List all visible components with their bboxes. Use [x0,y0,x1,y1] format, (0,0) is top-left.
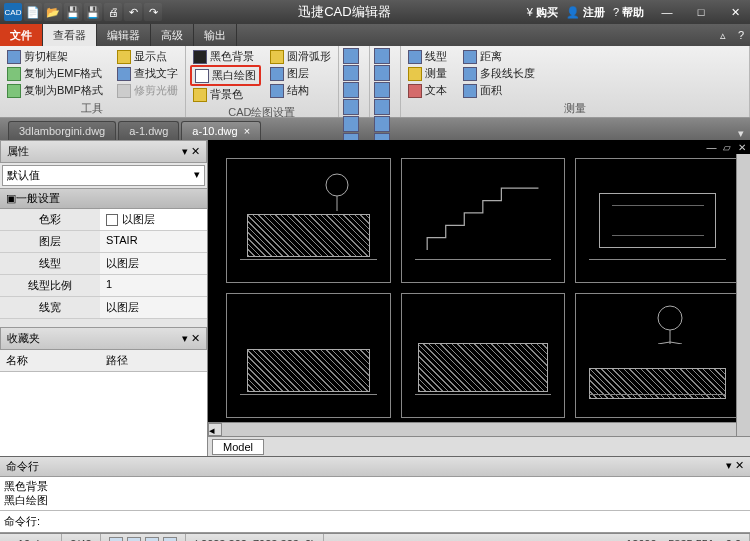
osnap-toggle-icon[interactable] [163,537,177,542]
default-value-combo[interactable]: 默认值▾ [2,165,205,186]
polyline-len-button[interactable]: 多段线长度 [460,65,538,82]
smooth-arc-button[interactable]: 圆滑弧形 [267,48,334,65]
prop-row-ltscale[interactable]: 线型比例1 [0,275,207,297]
col-name[interactable]: 名称 [0,350,100,371]
status-progress: 2/42 [62,534,100,541]
copy-bmp-button[interactable]: 复制为BMP格式 [4,82,106,99]
favorites-header[interactable]: 收藏夹▾ ✕ [0,327,207,350]
vertical-scrollbar[interactable] [736,154,750,436]
properties-header[interactable]: 属性▾ ✕ [0,140,207,163]
ortho-toggle-icon[interactable] [145,537,159,542]
menu-file[interactable]: 文件 [0,24,43,46]
ribbon-group-measure: 线型 测量 文本 距离 多段线长度 面积 测量 [401,46,750,117]
maximize-button[interactable]: □ [690,4,712,20]
command-input[interactable] [44,514,746,529]
col-path[interactable]: 路径 [100,350,134,371]
prop-row-linetype[interactable]: 线型以图层 [0,253,207,275]
bw-drawing-button[interactable]: 黑白绘图 [192,67,259,84]
ribbon-group-label: CAD绘图设置 [190,103,334,121]
nav-icon[interactable] [374,99,390,115]
prop-row-lineweight[interactable]: 线宽以图层 [0,297,207,319]
command-header[interactable]: 命令行▾ ✕ [0,457,750,477]
status-dimensions: 12600 x 5835.551 x 0.0 [618,534,750,541]
pos-icon[interactable] [343,48,359,64]
status-toggles [101,534,186,541]
status-filename: a-10.dwg [0,534,62,541]
tab-scroll-icon[interactable]: ▾ [732,127,750,140]
model-tab[interactable]: Model [212,439,264,455]
command-log[interactable]: 黑色背景 黑白绘图 [0,477,750,511]
drawing-thumb[interactable] [226,293,391,418]
panel-menu-icon[interactable]: ▾ ✕ [726,459,744,474]
grid-toggle-icon[interactable] [127,537,141,542]
open-icon[interactable]: 📂 [44,3,62,21]
nav-icon[interactable] [374,116,390,132]
favorites-list[interactable] [0,372,207,456]
prop-row-layer[interactable]: 图层STAIR [0,231,207,253]
drawing-thumb[interactable] [575,158,740,283]
menu-viewer[interactable]: 查看器 [43,24,97,46]
drawing-thumb[interactable] [401,293,566,418]
panel-menu-icon[interactable]: ▾ ✕ [182,332,200,345]
menu-editor[interactable]: 编辑器 [97,24,151,46]
app-icon[interactable]: CAD [4,3,22,21]
doc-tab-active[interactable]: a-10.dwg× [181,121,261,140]
linetype-button[interactable]: 线型 [405,48,450,65]
menu-advanced[interactable]: 高级 [151,24,194,46]
status-coords: (-2023.202; 7923.323; 0) [186,534,324,541]
structure-button[interactable]: 结构 [267,82,334,99]
snap-toggle-icon[interactable] [109,537,123,542]
area-button[interactable]: 面积 [460,82,538,99]
nav-icon[interactable] [374,82,390,98]
black-bg-button[interactable]: 黑色背景 [190,48,261,65]
nav-icon[interactable] [374,48,390,64]
copy-emf-button[interactable]: 复制为EMF格式 [4,65,106,82]
find-text-button[interactable]: 查找文字 [114,65,181,82]
drawing-thumb[interactable] [575,293,740,418]
canvas-window-controls[interactable]: — ▱ ✕ [706,142,748,153]
prop-row-color[interactable]: 色彩以图层 [0,209,207,231]
clip-frame-button[interactable]: 剪切框架 [4,48,106,65]
doc-tab[interactable]: a-1.dwg [118,121,179,140]
distance-button[interactable]: 距离 [460,48,538,65]
general-section[interactable]: ▣ 一般设置 [0,188,207,209]
log-line: 黑色背景 [4,479,746,493]
ribbon-group-label: 测量 [405,99,745,117]
favorites-columns: 名称 路径 [0,350,207,372]
drawing-canvas[interactable] [208,140,750,422]
drawing-thumb[interactable] [226,158,391,283]
buy-button[interactable]: ¥ 购买 [527,5,558,20]
bg-color-button[interactable]: 背景色 [190,86,261,103]
log-line: 黑白绘图 [4,493,746,507]
horizontal-scrollbar[interactable]: ◂▸ [208,422,750,436]
svg-line-5 [670,342,682,344]
pos-icon[interactable] [343,82,359,98]
ribbon-min-icon[interactable]: ▵ [714,24,732,46]
saveall-icon[interactable]: 💾 [84,3,102,21]
measure-button[interactable]: 测量 [405,65,450,82]
register-button[interactable]: 👤 注册 [566,5,605,20]
ribbon-help-icon[interactable]: ? [732,24,750,46]
command-input-row: 命令行: [0,511,750,533]
layer-button[interactable]: 图层 [267,65,334,82]
pos-icon[interactable] [343,65,359,81]
drawing-thumb[interactable] [401,158,566,283]
quick-access-toolbar: CAD 📄 📂 💾 💾 🖨 ↶ ↷ [4,3,162,21]
new-icon[interactable]: 📄 [24,3,42,21]
minimize-button[interactable]: — [656,4,678,20]
panel-menu-icon[interactable]: ▾ ✕ [182,145,200,158]
text-button[interactable]: 文本 [405,82,450,99]
pos-icon[interactable] [343,99,359,115]
help-button[interactable]: ? 帮助 [613,5,644,20]
close-tab-icon[interactable]: × [244,125,250,137]
menu-output[interactable]: 输出 [194,24,237,46]
show-point-button[interactable]: 显示点 [114,48,181,65]
doc-tab[interactable]: 3dlamborgini.dwg [8,121,116,140]
pos-icon[interactable] [343,116,359,132]
nav-icon[interactable] [374,65,390,81]
undo-icon[interactable]: ↶ [124,3,142,21]
save-icon[interactable]: 💾 [64,3,82,21]
close-button[interactable]: ✕ [724,4,746,20]
redo-icon[interactable]: ↷ [144,3,162,21]
print-icon[interactable]: 🖨 [104,3,122,21]
